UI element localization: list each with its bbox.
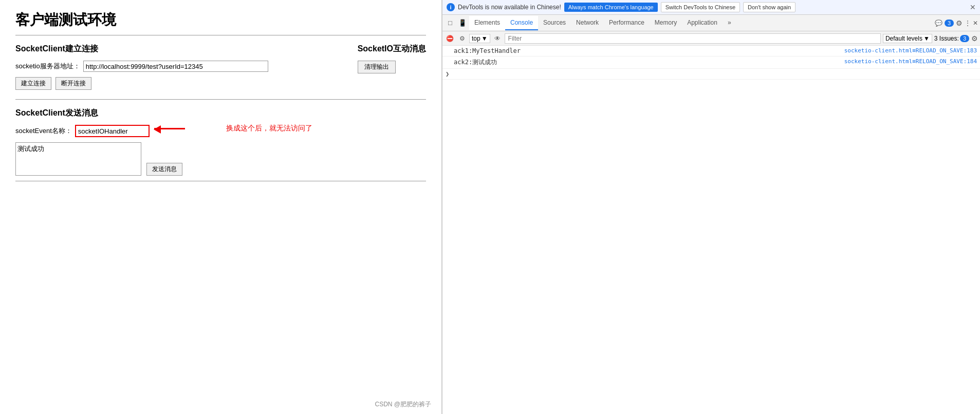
message-textarea[interactable]: 测试成功 [15,142,141,176]
console-row-expand: ❯ [442,69,980,80]
eye-icon[interactable]: 👁 [492,33,503,44]
socketclient-title: SocketClient建立连接 [15,44,268,54]
console-row-1: ack1:MyTestHandler socketio-client.html≡… [442,46,980,57]
clear-console-icon[interactable]: ⛔ [445,33,455,44]
devtools-tab-bar: □ 📱 Elements Console Sources Network Per… [442,15,980,31]
issues-count-label: 3 Issues: [934,35,959,42]
socketio-title: SocketIO互动消息 [358,44,426,54]
send-button[interactable]: 发送消息 [146,163,182,176]
console-link-2[interactable]: socketio-client.html≡RELOAD_ON_SAVE:184 [844,58,977,65]
settings-console-icon[interactable]: ⚙ [457,33,467,44]
context-dropdown-arrow: ▼ [482,35,488,42]
issues-icon: 💬 [935,20,942,27]
default-levels-label: Default levels [885,35,922,42]
send-button-wrapper: 发送消息 [146,142,182,176]
console-toolbar: ⛔ ⚙ top ▼ 👁 Default levels ▼ 3 Issues: 3… [442,31,980,46]
filter-input[interactable] [505,33,881,44]
dismiss-button[interactable]: Don't show again [743,2,796,12]
console-row-2: ack2:测试成功 socketio-client.html≡RELOAD_ON… [442,57,980,69]
switch-devtools-button[interactable]: Switch DevTools to Chinese [661,2,740,12]
section-divider [15,99,426,100]
clear-output-button[interactable]: 清理输出 [358,61,396,73]
devtools-panel: i DevTools is now available in Chinese! … [442,0,980,414]
tab-console[interactable]: Console [505,16,538,30]
event-name-row: socketEvent名称： 换成这个后，就无法访问了 [15,125,426,137]
server-label: socketio服务器地址： [15,62,80,71]
message-row: 测试成功 发送消息 [15,142,426,176]
levels-arrow: ▼ [923,35,930,42]
expand-arrow[interactable]: ❯ [446,70,449,78]
context-label: top [472,35,480,42]
connect-button[interactable]: 建立连接 [15,77,51,90]
console-text-2: ack2:测试成功 [454,58,844,67]
tab-sources[interactable]: Sources [538,16,571,30]
issues-count-area: 3 Issues: 3 [934,35,969,42]
socketio-section: SocketIO互动消息 清理输出 [358,44,426,73]
default-levels-dropdown[interactable]: Default levels ▼ [883,34,932,43]
tab-more[interactable]: » [723,16,736,30]
tab-performance[interactable]: Performance [604,16,650,30]
bottom-divider [15,181,426,181]
server-row: socketio服务器地址： [15,61,268,72]
tab-right-area: 💬 3 ⚙ ⋮ ✕ [935,19,978,27]
send-section-title: SocketClient发送消息 [15,108,426,119]
tab-elements[interactable]: Elements [469,16,505,30]
more-icon[interactable]: ⋮ [965,20,971,27]
webpage-panel: 客户端测试环境 SocketClient建立连接 socketio服务器地址： … [0,0,442,414]
socketclient-section: SocketClient建立连接 socketio服务器地址： 建立连接 断开连… [15,44,268,95]
event-label: socketEvent名称： [15,126,72,136]
context-selector[interactable]: top ▼ [469,34,490,43]
event-input[interactable] [75,125,150,137]
tab-network[interactable]: Network [571,16,604,30]
annotation-text: 换成这个后，就无法访问了 [226,124,312,133]
title-divider [15,35,426,35]
disconnect-button[interactable]: 断开连接 [56,77,91,90]
console-text-1: ack1:MyTestHandler [454,47,844,54]
console-gear-icon[interactable]: ⚙ [971,34,978,43]
issues-count-badge: 3 [960,35,969,42]
connection-buttons: 建立连接 断开连接 [15,77,268,90]
infobar-message: DevTools is now available in Chinese! [458,4,561,11]
close-devtools-icon[interactable]: ✕ [973,20,978,27]
settings-icon[interactable]: ⚙ [956,19,963,27]
watermark: CSDN @肥肥的裤子 [375,400,431,409]
info-icon: i [447,3,455,11]
page-title: 客户端测试环境 [15,10,426,30]
annotation-arrow: 换成这个后，就无法访问了 [154,124,312,133]
server-input[interactable] [83,61,268,72]
tab-application[interactable]: Application [682,16,723,30]
red-arrow-shape [154,128,185,129]
inspect-icon[interactable]: □ [445,17,456,29]
device-icon[interactable]: 📱 [457,17,468,29]
issues-badge: 3 [945,20,954,27]
console-link-1[interactable]: socketio-client.html≡RELOAD_ON_SAVE:183 [844,47,977,54]
devtools-infobar: i DevTools is now available in Chinese! … [442,0,980,15]
infobar-close-button[interactable]: ✕ [970,3,976,11]
tab-memory[interactable]: Memory [650,16,682,30]
section-header: SocketClient建立连接 socketio服务器地址： 建立连接 断开连… [15,44,426,95]
console-content: ack1:MyTestHandler socketio-client.html≡… [442,46,980,414]
match-language-button[interactable]: Always match Chrome's language [564,3,658,12]
